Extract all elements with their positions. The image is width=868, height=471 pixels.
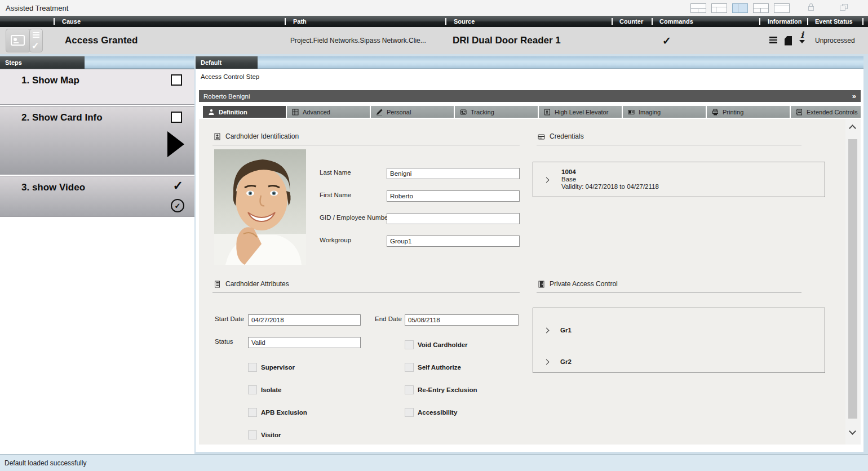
step-label: 1. Show Map xyxy=(21,75,79,86)
tab-definition[interactable]: Definition xyxy=(203,106,286,118)
tab-label: Definition xyxy=(219,109,247,115)
tab-imaging[interactable]: Imaging xyxy=(623,106,706,118)
expand-chevron-icon[interactable] xyxy=(544,359,550,365)
section-divider xyxy=(212,145,520,145)
first-name-label: First Name xyxy=(320,192,351,198)
steps-header-rest xyxy=(85,56,194,69)
event-row[interactable]: ✓ Access Granted Project.Field Networks.… xyxy=(0,27,868,54)
tab-label: Advanced xyxy=(303,109,330,115)
id-card-icon xyxy=(11,35,25,46)
treatment-tab-label: Default xyxy=(201,59,222,66)
supervisor-checkbox[interactable] xyxy=(248,363,257,372)
step-item-show-map[interactable]: 1. Show Map xyxy=(0,69,194,105)
event-source: DRI Dual Door Reader 1 xyxy=(453,27,561,54)
void-cardholder-label: Void Cardholder xyxy=(418,341,468,348)
gid-input[interactable] xyxy=(387,213,520,224)
workgroup-label: Workgroup xyxy=(320,237,351,243)
expand-chevron-icon[interactable] xyxy=(544,328,550,334)
step-complete-circle-icon[interactable]: ✓ xyxy=(171,199,184,212)
column-commands: Commands xyxy=(659,16,693,27)
layout-preset-1-button[interactable] xyxy=(690,3,706,13)
section-title: Cardholder Identification xyxy=(225,132,299,140)
layout-line xyxy=(712,7,727,7)
column-separator xyxy=(807,18,808,25)
tab-label: Printing xyxy=(723,109,743,115)
start-date-label: Start Date xyxy=(215,316,244,322)
isolate-checkbox[interactable] xyxy=(248,385,257,394)
lock-icon[interactable] xyxy=(808,6,814,11)
tab-extended-controls[interactable]: Extended Controls xyxy=(791,106,861,118)
last-name-input[interactable] xyxy=(387,168,520,179)
layout-preset-5-button[interactable] xyxy=(774,3,790,13)
section-title: Credentials xyxy=(550,132,584,140)
vertical-scrollbar[interactable] xyxy=(845,119,861,445)
step-checkbox[interactable] xyxy=(171,112,182,123)
command-executed-check-icon: ✓ xyxy=(662,27,671,54)
treatment-header-rest xyxy=(258,56,863,69)
scroll-down-icon[interactable] xyxy=(849,428,856,435)
scrollbar-thumb[interactable] xyxy=(848,139,857,419)
credential-item[interactable]: 1004 Base Validity: 04/27/2018 to 04/27/… xyxy=(533,162,825,197)
tab-printing[interactable]: Printing xyxy=(707,106,790,118)
credential-profile: Base xyxy=(561,176,576,183)
access-group-gr1[interactable]: Gr1 xyxy=(560,327,572,334)
re-entry-exclusion-checkbox[interactable] xyxy=(405,385,414,394)
layout-line xyxy=(760,8,761,12)
apb-exclusion-checkbox[interactable] xyxy=(248,408,257,417)
layout-preset-2-button[interactable] xyxy=(711,3,727,13)
expand-double-chevron-icon[interactable]: » xyxy=(852,92,856,100)
tab-label: High Level Elevator xyxy=(555,109,608,115)
access-group-gr2[interactable]: Gr2 xyxy=(560,358,572,365)
accessibility-checkbox[interactable] xyxy=(405,408,414,417)
check-icon: ✓ xyxy=(32,41,39,51)
status-bar: Default loaded successfully xyxy=(0,454,868,471)
status-input[interactable] xyxy=(248,337,361,348)
re-entry-exclusion-label: Re-Entry Exclusion xyxy=(418,386,477,393)
workgroup-input[interactable] xyxy=(387,236,520,247)
door-icon xyxy=(538,281,545,288)
scroll-up-icon[interactable] xyxy=(849,125,856,132)
printer-icon xyxy=(712,109,719,115)
tab-high-level-elevator[interactable]: High Level Elevator xyxy=(539,106,622,118)
column-information: Information xyxy=(768,16,802,27)
step-item-show-card-info[interactable]: 2. Show Card Info xyxy=(0,106,194,175)
lock-shackle-icon xyxy=(809,3,813,7)
dropdown-arrow-icon xyxy=(799,40,805,43)
event-cause: Access Granted xyxy=(65,27,138,54)
status-label: Status xyxy=(215,338,233,345)
tab-label: Tracking xyxy=(471,109,494,115)
layout-preset-3-button[interactable] xyxy=(732,3,748,13)
section-title: Private Access Control xyxy=(550,280,618,288)
treatment-tab-default[interactable]: Default xyxy=(196,56,258,69)
void-cardholder-checkbox[interactable] xyxy=(405,340,414,349)
self-authorize-checkbox[interactable] xyxy=(405,363,414,372)
column-separator xyxy=(54,18,55,25)
layout-line xyxy=(691,8,706,9)
section-divider xyxy=(212,292,520,293)
event-report-icon[interactable] xyxy=(785,27,792,54)
end-date-input[interactable] xyxy=(405,314,519,326)
start-date-input[interactable] xyxy=(248,314,361,326)
tab-personal[interactable]: Personal xyxy=(371,106,454,118)
column-path: Path xyxy=(293,16,307,27)
step-label: 2. Show Card Info xyxy=(21,112,103,123)
event-status-value: Unprocessed xyxy=(815,27,855,54)
first-name-input[interactable] xyxy=(387,190,520,202)
tab-advanced[interactable]: Advanced xyxy=(287,106,370,118)
event-info-dropdown[interactable]: i xyxy=(799,32,805,51)
layout-preset-4-button[interactable] xyxy=(753,3,769,13)
column-separator xyxy=(445,18,446,25)
step-checkbox[interactable] xyxy=(171,74,182,86)
event-log-icon[interactable] xyxy=(769,27,777,54)
tab-tracking[interactable]: Tracking xyxy=(455,106,538,118)
section-title: Cardholder Attributes xyxy=(225,280,289,288)
visitor-checkbox[interactable] xyxy=(248,430,257,439)
visitor-label: Visitor xyxy=(261,432,281,438)
last-name-label: Last Name xyxy=(320,169,351,176)
step-item-show-video[interactable]: 3. show Video ✓ ✓ xyxy=(0,176,194,217)
gid-label: GID / Employee Number xyxy=(320,214,390,221)
expand-chevron-icon[interactable] xyxy=(544,177,550,183)
pencil-icon xyxy=(376,109,383,115)
self-authorize-label: Self Authorize xyxy=(418,364,461,371)
steps-panel: Steps 1. Show Map 2. Show Card Info 3. s… xyxy=(0,56,194,454)
